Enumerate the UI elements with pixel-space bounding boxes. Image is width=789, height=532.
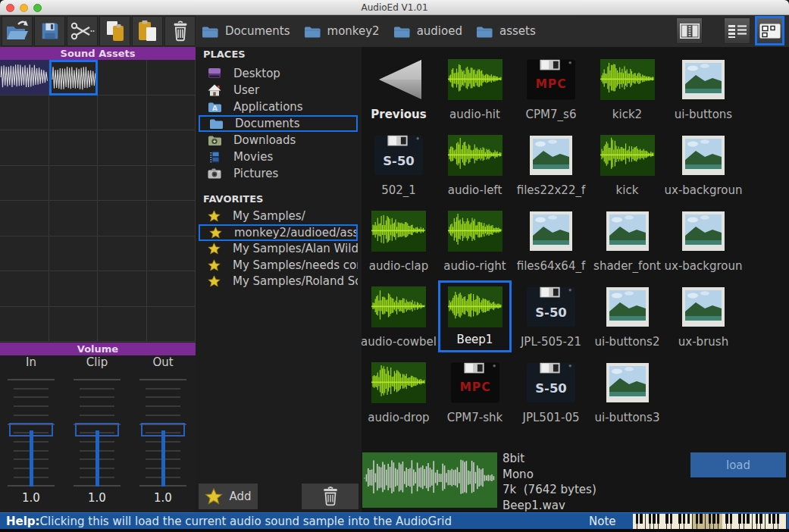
breadcrumb-item[interactable]: audioed bbox=[393, 24, 462, 38]
asset-grid-cell[interactable] bbox=[49, 201, 99, 236]
asset-grid-cell[interactable] bbox=[49, 307, 99, 343]
piano-black-key[interactable] bbox=[738, 514, 740, 524]
piano-black-key[interactable] bbox=[653, 514, 655, 524]
columns-view-button[interactable] bbox=[676, 17, 703, 44]
sidebar-item-pictures[interactable]: Pictures bbox=[199, 165, 358, 182]
copy-button[interactable] bbox=[99, 16, 130, 46]
asset-grid-cell[interactable] bbox=[98, 271, 147, 307]
remove-favorite-button[interactable] bbox=[302, 483, 358, 509]
piano-black-key[interactable] bbox=[636, 514, 638, 524]
piano-black-key[interactable] bbox=[717, 514, 719, 524]
asset-grid-cell[interactable] bbox=[49, 236, 99, 272]
piano-keyboard[interactable] bbox=[633, 514, 787, 529]
list-view-button[interactable] bbox=[724, 17, 750, 44]
asset-grid-cell[interactable] bbox=[49, 95, 99, 131]
sidebar-item-desktop[interactable]: Desktop bbox=[199, 65, 358, 82]
asset-grid-cell[interactable] bbox=[98, 60, 147, 95]
piano-black-key[interactable] bbox=[759, 514, 762, 524]
piano-black-key[interactable] bbox=[769, 514, 771, 524]
piano-black-key[interactable] bbox=[700, 514, 702, 524]
file-item[interactable]: audio-drop bbox=[362, 356, 436, 428]
piano-black-key[interactable] bbox=[772, 514, 775, 524]
asset-grid-cell[interactable] bbox=[147, 130, 196, 166]
favorite-item[interactable]: My Samples/Alan Wilder bbox=[199, 240, 358, 257]
file-item[interactable]: audio-cowbel bbox=[362, 280, 436, 352]
asset-grid-cell[interactable] bbox=[0, 60, 49, 95]
file-item[interactable]: ux-backgroun bbox=[667, 205, 740, 277]
favorite-item[interactable]: monkey2/audioed/assets bbox=[199, 224, 358, 241]
asset-grid-cell[interactable] bbox=[98, 166, 147, 202]
asset-grid-cell[interactable] bbox=[0, 236, 49, 272]
piano-black-key[interactable] bbox=[665, 514, 668, 524]
asset-grid-cell[interactable] bbox=[0, 307, 49, 343]
file-item[interactable]: shader_font bbox=[590, 205, 664, 277]
asset-grid-cell[interactable] bbox=[0, 166, 49, 202]
favorite-item[interactable]: My Samples/ bbox=[199, 208, 358, 224]
file-item[interactable]: MPCCPM7_s6 bbox=[515, 53, 588, 125]
previous-button[interactable]: Previous bbox=[362, 53, 436, 125]
asset-grid-cell[interactable] bbox=[147, 307, 196, 343]
piano-black-key[interactable] bbox=[777, 514, 779, 524]
asset-grid-cell[interactable] bbox=[147, 95, 196, 131]
asset-grid-cell[interactable] bbox=[147, 271, 196, 307]
favorite-item[interactable]: My Samples/needs conv bbox=[199, 257, 358, 274]
asset-grid-cell[interactable] bbox=[98, 201, 147, 236]
asset-grid-cell[interactable] bbox=[147, 201, 196, 236]
asset-grid-cell[interactable] bbox=[147, 60, 196, 95]
file-item[interactable]: S-50JPL-505-21 bbox=[515, 280, 588, 352]
load-button[interactable]: load bbox=[690, 452, 786, 477]
slider-handle-clip[interactable] bbox=[75, 423, 119, 437]
paste-button[interactable] bbox=[132, 16, 163, 46]
piano-black-key[interactable] bbox=[657, 514, 659, 524]
slider-handle-in[interactable] bbox=[9, 423, 53, 437]
piano-black-key[interactable] bbox=[756, 514, 758, 524]
asset-grid-cell[interactable] bbox=[98, 130, 147, 166]
delete-button[interactable] bbox=[164, 16, 196, 46]
file-item[interactable]: S-50JPL501-05 bbox=[515, 356, 588, 428]
file-item[interactable]: ui-buttons2 bbox=[590, 280, 664, 352]
sidebar-item-movies[interactable]: Movies bbox=[199, 149, 358, 165]
file-item[interactable]: files64x64_f bbox=[515, 205, 588, 277]
breadcrumb-item[interactable]: Documents bbox=[202, 24, 290, 38]
grid-view-button[interactable] bbox=[755, 16, 784, 45]
piano-black-key[interactable] bbox=[730, 514, 732, 524]
piano-black-key[interactable] bbox=[687, 514, 690, 524]
asset-grid-cell[interactable] bbox=[0, 271, 49, 307]
asset-grid-cell[interactable] bbox=[0, 130, 49, 166]
sidebar-item-documents[interactable]: Documents bbox=[199, 115, 358, 132]
file-item[interactable]: Beep1 bbox=[438, 280, 512, 352]
asset-grid-cell[interactable] bbox=[0, 95, 49, 131]
asset-grid-cell[interactable] bbox=[49, 60, 99, 95]
save-button[interactable] bbox=[34, 16, 65, 46]
asset-grid-cell[interactable] bbox=[49, 166, 99, 202]
file-item[interactable]: audio-clap bbox=[362, 205, 436, 277]
piano-black-key[interactable] bbox=[640, 514, 642, 524]
breadcrumb-item[interactable]: assets bbox=[476, 24, 536, 38]
cut-button[interactable] bbox=[67, 16, 98, 46]
piano-black-key[interactable] bbox=[683, 514, 685, 524]
asset-grid-cell[interactable] bbox=[98, 236, 147, 272]
breadcrumb-item[interactable]: monkey2 bbox=[304, 24, 380, 38]
asset-grid-cell[interactable] bbox=[147, 166, 196, 202]
piano-black-key[interactable] bbox=[670, 514, 672, 524]
file-item[interactable]: audio-left bbox=[438, 129, 512, 201]
favorite-item[interactable]: My Samples/Roland Sou bbox=[199, 273, 358, 289]
file-item[interactable]: ux-brush bbox=[667, 280, 740, 352]
file-item[interactable]: audio-right bbox=[438, 205, 512, 277]
piano-black-key[interactable] bbox=[678, 514, 681, 524]
add-favorite-button[interactable]: Add bbox=[199, 483, 258, 509]
file-item[interactable]: audio-hit bbox=[438, 53, 512, 125]
file-item[interactable]: kick2 bbox=[590, 53, 664, 125]
file-item[interactable]: ui-buttons3 bbox=[590, 356, 664, 428]
piano-black-key[interactable] bbox=[747, 514, 749, 524]
sidebar-item-downloads[interactable]: Downloads bbox=[199, 132, 358, 149]
piano-black-key[interactable] bbox=[743, 514, 745, 524]
file-item[interactable]: files22x22_f bbox=[515, 129, 588, 201]
asset-grid-cell[interactable] bbox=[0, 201, 49, 236]
piano-black-key[interactable] bbox=[709, 514, 711, 524]
file-item[interactable]: MPCCPM7-shk bbox=[438, 356, 512, 428]
piano-black-key[interactable] bbox=[725, 514, 728, 524]
sidebar-item-applications[interactable]: AApplications bbox=[199, 99, 358, 115]
piano-black-key[interactable] bbox=[649, 514, 651, 524]
file-item[interactable]: kick bbox=[590, 129, 664, 201]
